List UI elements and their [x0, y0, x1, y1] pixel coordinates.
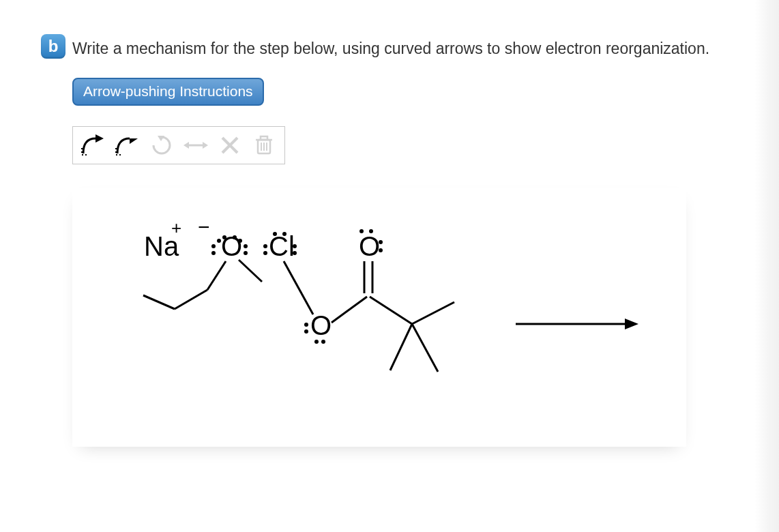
- lone-pair-dot: [359, 229, 364, 233]
- lone-pair-dot: [369, 229, 373, 233]
- lone-pair-dot: [293, 251, 297, 255]
- sodium-charge: +: [171, 218, 181, 238]
- bond: [390, 324, 412, 370]
- lone-pair-dot: [314, 340, 319, 344]
- lone-pair-dot: [217, 239, 221, 243]
- tool-delete-arrow: [214, 130, 246, 161]
- question-prompt: Write a mechanism for the step below, us…: [72, 37, 709, 61]
- svg-marker-0: [95, 134, 104, 143]
- bond: [239, 260, 262, 282]
- anion-charge: −: [198, 216, 210, 238]
- lone-pair-dot: [222, 235, 226, 239]
- tool-half-curved-arrow[interactable]: [111, 130, 144, 161]
- full-curved-arrow-icon: [79, 132, 108, 159]
- bond: [175, 290, 207, 309]
- lone-pair-dot: [263, 244, 267, 248]
- bond: [412, 324, 438, 372]
- lone-pair-dot: [244, 251, 248, 255]
- svg-rect-10: [261, 136, 267, 140]
- bond: [412, 302, 454, 324]
- tool-delete-all: [248, 130, 280, 161]
- trash-icon: [250, 132, 278, 159]
- lone-pair-dot: [304, 323, 308, 327]
- move-icon: [182, 132, 209, 159]
- reaction-arrow-head: [625, 319, 638, 329]
- bond: [332, 297, 367, 323]
- lone-pair-dot: [304, 329, 308, 334]
- rotate-icon: [148, 132, 175, 159]
- lone-pair-dot: [321, 340, 325, 344]
- lone-pair-dot: [379, 240, 383, 244]
- tool-move: [179, 130, 212, 161]
- lone-pair-dot: [282, 232, 286, 236]
- lone-pair-dot: [233, 235, 237, 239]
- lone-pair-dot: [244, 244, 248, 248]
- svg-marker-1: [130, 138, 138, 144]
- lone-pair-dot: [211, 251, 216, 255]
- part-badge: b: [41, 34, 65, 59]
- carbonyl-oxygen: O: [359, 231, 380, 261]
- lone-pair-dot: [273, 232, 277, 236]
- bond: [370, 297, 412, 324]
- svg-marker-2: [158, 136, 164, 141]
- svg-marker-4: [183, 142, 189, 149]
- bond: [143, 295, 175, 309]
- tool-full-curved-arrow[interactable]: [77, 130, 110, 161]
- arrow-pushing-instructions-button[interactable]: Arrow-pushing Instructions: [72, 78, 264, 106]
- chlorine-label: Cl: [269, 231, 295, 261]
- ester-oxygen: O: [310, 310, 332, 340]
- mechanism-canvas[interactable]: Na + − O Cl: [72, 188, 686, 447]
- half-curved-arrow-icon: [113, 132, 142, 159]
- lone-pair-dot: [263, 251, 267, 255]
- lone-pair-dot: [211, 244, 216, 248]
- delete-x-icon: [216, 132, 244, 159]
- lone-pair-dot: [293, 244, 297, 248]
- lone-pair-dot: [238, 239, 242, 243]
- arrow-toolbar: [72, 126, 285, 164]
- bond: [207, 261, 226, 290]
- lone-pair-dot: [379, 248, 383, 252]
- svg-marker-5: [203, 142, 208, 149]
- bond: [284, 261, 313, 314]
- tool-rotate: [145, 130, 178, 161]
